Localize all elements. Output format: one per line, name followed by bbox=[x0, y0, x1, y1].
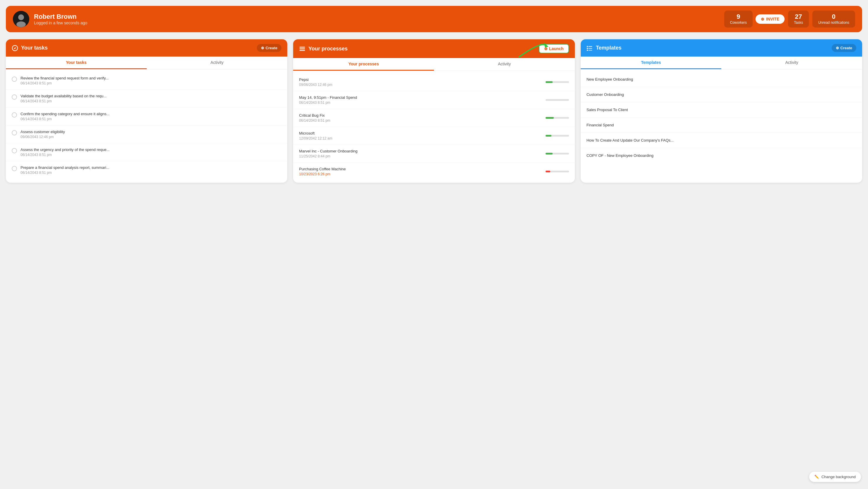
pencil-icon: ✏️ bbox=[814, 474, 819, 479]
task-checkbox-2[interactable] bbox=[12, 94, 17, 100]
svg-rect-6 bbox=[300, 48, 305, 49]
process-title-3: Critical Bug Fix bbox=[299, 113, 542, 118]
tab-tasks-activity[interactable]: Activity bbox=[147, 57, 287, 69]
progress-bar-6 bbox=[546, 171, 569, 172]
list-item: Critical Bug Fix 06/14/2043 8:51 pm bbox=[293, 109, 575, 127]
launch-button[interactable]: ⊕ Launch bbox=[539, 44, 569, 53]
templates-list: New Employee Onboarding Customer Onboard… bbox=[581, 69, 862, 165]
invite-button[interactable]: ⊕ INVITE bbox=[755, 15, 784, 24]
processes-panel-title: Your processes bbox=[299, 46, 348, 52]
table-row: Review the financial spend request form … bbox=[6, 72, 287, 90]
task-content-3: Confirm the spending category and ensure… bbox=[21, 112, 281, 121]
list-item: May 14, 9:51pm - Financial Spend 06/14/2… bbox=[293, 91, 575, 109]
task-checkbox-5[interactable] bbox=[12, 148, 17, 153]
svg-point-1 bbox=[18, 15, 24, 20]
process-date-4: 12/09/2042 12:12 am bbox=[299, 136, 542, 140]
list-item[interactable]: New Employee Onboarding bbox=[581, 72, 862, 87]
avatar bbox=[13, 11, 29, 27]
task-title-6: Prepare a financial spend analysis repor… bbox=[21, 165, 281, 170]
user-info: Robert Brown Logged in a few seconds ago bbox=[34, 13, 724, 25]
templates-create-button[interactable]: ⊕ Create bbox=[832, 44, 856, 52]
templates-icon bbox=[587, 45, 593, 51]
processes-icon bbox=[299, 46, 305, 52]
processes-panel-wrapper: Your processes ⊕ Launch Your processes A… bbox=[293, 39, 575, 183]
templates-tabs: Templates Activity bbox=[581, 57, 862, 69]
task-checkbox-3[interactable] bbox=[12, 112, 17, 118]
svg-rect-10 bbox=[587, 48, 588, 49]
header: Robert Brown Logged in a few seconds ago… bbox=[6, 6, 862, 32]
task-date-3: 06/14/2043 8:51 pm bbox=[21, 117, 281, 121]
tasks-list: Review the financial spend request form … bbox=[6, 69, 287, 181]
tasks-create-button[interactable]: ⊕ Create bbox=[257, 44, 281, 52]
svg-rect-12 bbox=[587, 50, 588, 51]
coworkers-stat: 9 Coworkers bbox=[724, 10, 753, 28]
task-checkbox-4[interactable] bbox=[12, 130, 17, 136]
tasks-tabs: Your tasks Activity bbox=[6, 57, 287, 69]
notifications-stat: 0 Unread notifications bbox=[812, 10, 855, 28]
template-title-2: Customer Onboarding bbox=[587, 92, 856, 97]
progress-bar-2 bbox=[546, 99, 569, 101]
template-title-1: New Employee Onboarding bbox=[587, 77, 856, 82]
tasks-count: 27 bbox=[794, 13, 803, 20]
tasks-label: Tasks bbox=[794, 21, 803, 25]
table-row: Assess customer eligibility 09/06/2043 1… bbox=[6, 125, 287, 143]
process-content-4: Microsoft 12/09/2042 12:12 am bbox=[299, 131, 542, 140]
tab-your-tasks[interactable]: Your tasks bbox=[6, 57, 147, 69]
list-item[interactable]: Sales Proposal To Client bbox=[581, 102, 862, 118]
process-title-5: Marvel Inc - Customer Onboarding bbox=[299, 149, 542, 153]
processes-tabs: Your processes Activity bbox=[293, 58, 575, 71]
templates-create-label: Create bbox=[840, 46, 852, 50]
tasks-title-text: Your tasks bbox=[21, 45, 48, 51]
process-title-2: May 14, 9:51pm - Financial Spend bbox=[299, 95, 542, 100]
task-content-6: Prepare a financial spend analysis repor… bbox=[21, 165, 281, 175]
tab-templates-activity[interactable]: Activity bbox=[721, 57, 862, 69]
templates-title-text: Templates bbox=[596, 45, 622, 51]
process-date-6: 10/23/2023 6:26 pm bbox=[299, 172, 542, 176]
list-item[interactable]: How To Create And Update Our Company's F… bbox=[581, 133, 862, 148]
user-name: Robert Brown bbox=[34, 13, 724, 21]
svg-point-2 bbox=[17, 21, 26, 27]
process-date-3: 06/14/2043 8:51 pm bbox=[299, 118, 542, 122]
list-item[interactable]: Customer Onboarding bbox=[581, 87, 862, 102]
tab-your-processes[interactable]: Your processes bbox=[293, 58, 434, 71]
progress-bar-5 bbox=[546, 153, 569, 154]
main-grid: Your tasks ⊕ Create Your tasks Activity … bbox=[6, 39, 862, 183]
processes-panel-header: Your processes ⊕ Launch bbox=[293, 39, 575, 58]
tasks-stat: 27 Tasks bbox=[788, 10, 809, 28]
header-stats: 9 Coworkers ⊕ INVITE 27 Tasks 0 Unread n… bbox=[724, 10, 855, 28]
task-checkbox-1[interactable] bbox=[12, 77, 17, 82]
svg-rect-13 bbox=[588, 50, 592, 51]
table-row: Prepare a financial spend analysis repor… bbox=[6, 161, 287, 179]
process-date-1: 09/06/2043 12:46 pm bbox=[299, 83, 542, 87]
templates-panel: Templates ⊕ Create Templates Activity Ne… bbox=[581, 39, 862, 183]
task-content-4: Assess customer eligibility 09/06/2043 1… bbox=[21, 130, 281, 139]
task-title-5: Assess the urgency and priority of the s… bbox=[21, 147, 281, 152]
task-content-5: Assess the urgency and priority of the s… bbox=[21, 147, 281, 157]
process-date-2: 06/14/2043 8:51 pm bbox=[299, 100, 542, 105]
coworkers-count: 9 bbox=[730, 13, 747, 20]
tasks-panel-title: Your tasks bbox=[12, 45, 48, 51]
launch-plus-icon: ⊕ bbox=[544, 46, 548, 51]
templates-panel-header: Templates ⊕ Create bbox=[581, 39, 862, 57]
process-content-5: Marvel Inc - Customer Onboarding 11/25/2… bbox=[299, 149, 542, 158]
change-bg-label: Change background bbox=[822, 474, 856, 479]
tab-templates[interactable]: Templates bbox=[581, 57, 721, 69]
process-title-6: Purchasing Coffee Machine bbox=[299, 167, 542, 171]
table-row: Validate the budget availability based o… bbox=[6, 90, 287, 108]
processes-list: Pepsi 09/06/2043 12:46 pm May 14, 9:51pm… bbox=[293, 71, 575, 183]
templates-create-plus-icon: ⊕ bbox=[836, 46, 839, 50]
table-row: Confirm the spending category and ensure… bbox=[6, 108, 287, 125]
process-title-1: Pepsi bbox=[299, 77, 542, 82]
list-item: Purchasing Coffee Machine 10/23/2023 6:2… bbox=[293, 163, 575, 180]
notifications-count: 0 bbox=[818, 13, 849, 20]
invite-plus-icon: ⊕ bbox=[761, 17, 764, 21]
process-content-6: Purchasing Coffee Machine 10/23/2023 6:2… bbox=[299, 167, 542, 176]
change-background-button[interactable]: ✏️ Change background bbox=[809, 472, 861, 482]
list-item[interactable]: Financial Spend bbox=[581, 118, 862, 133]
coworkers-block: 9 Coworkers ⊕ INVITE bbox=[724, 10, 784, 28]
list-item[interactable]: COPY OF - New Employee Onboarding bbox=[581, 148, 862, 163]
task-content-1: Review the financial spend request form … bbox=[21, 76, 281, 85]
task-checkbox-6[interactable] bbox=[12, 166, 17, 171]
svg-rect-9 bbox=[588, 46, 592, 47]
tab-processes-activity[interactable]: Activity bbox=[434, 58, 575, 71]
